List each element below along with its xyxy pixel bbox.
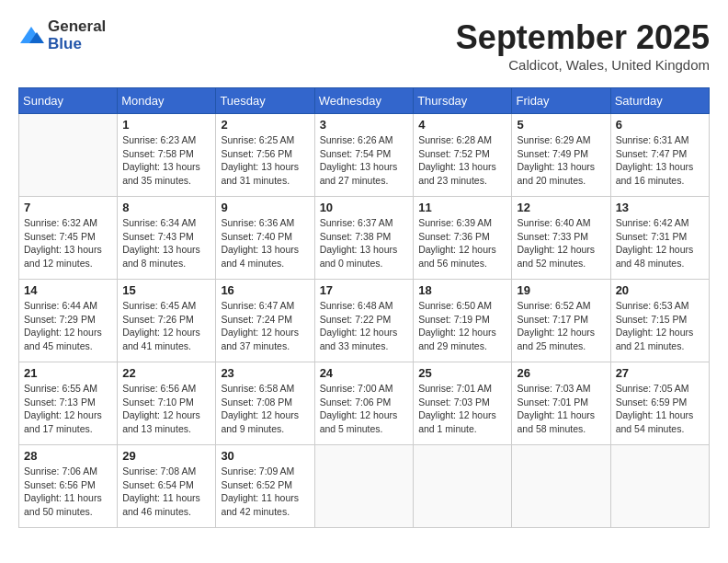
calendar-cell: 17Sunrise: 6:48 AMSunset: 7:22 PMDayligh… (314, 280, 414, 362)
day-number: 6 (616, 118, 704, 132)
day-info: Sunrise: 6:39 AMSunset: 7:36 PMDaylight:… (418, 216, 506, 270)
calendar-table: SundayMondayTuesdayWednesdayThursdayFrid… (18, 87, 710, 528)
day-info: Sunrise: 6:48 AMSunset: 7:22 PMDaylight:… (320, 299, 409, 353)
day-number: 7 (24, 201, 112, 214)
calendar-cell: 23Sunrise: 6:58 AMSunset: 7:08 PMDayligh… (216, 362, 314, 445)
day-number: 29 (122, 449, 210, 463)
day-info: Sunrise: 6:29 AMSunset: 7:49 PMDaylight:… (517, 133, 605, 188)
calendar-cell (610, 445, 709, 528)
calendar-header-sunday: Sunday (19, 88, 118, 114)
day-info: Sunrise: 6:53 AMSunset: 7:15 PMDaylight:… (616, 299, 704, 353)
calendar-cell: 13Sunrise: 6:42 AMSunset: 7:31 PMDayligh… (610, 197, 709, 280)
day-number: 3 (320, 118, 409, 132)
day-number: 24 (320, 366, 409, 380)
day-number: 8 (122, 201, 210, 214)
day-number: 27 (616, 366, 704, 380)
calendar-cell: 4Sunrise: 6:28 AMSunset: 7:52 PMDaylight… (414, 114, 512, 197)
calendar-header-friday: Friday (512, 88, 610, 114)
day-info: Sunrise: 7:05 AMSunset: 6:59 PMDaylight:… (616, 382, 704, 436)
day-number: 22 (122, 366, 210, 380)
day-info: Sunrise: 7:08 AMSunset: 6:54 PMDaylight:… (122, 465, 210, 519)
calendar-cell: 16Sunrise: 6:47 AMSunset: 7:24 PMDayligh… (216, 280, 314, 362)
day-number: 23 (221, 366, 309, 380)
day-number: 15 (122, 283, 210, 297)
calendar-cell: 9Sunrise: 6:36 AMSunset: 7:40 PMDaylight… (216, 197, 314, 280)
day-number: 17 (320, 283, 409, 297)
day-number: 16 (221, 283, 309, 297)
day-number: 9 (221, 201, 309, 214)
day-number: 19 (517, 283, 605, 297)
calendar-cell: 19Sunrise: 6:52 AMSunset: 7:17 PMDayligh… (512, 280, 610, 362)
calendar-header-thursday: Thursday (414, 88, 512, 114)
day-info: Sunrise: 7:01 AMSunset: 7:03 PMDaylight:… (418, 382, 506, 436)
day-number: 26 (517, 366, 605, 380)
calendar-cell: 6Sunrise: 6:31 AMSunset: 7:47 PMDaylight… (610, 114, 709, 197)
calendar-header-row: SundayMondayTuesdayWednesdayThursdayFrid… (19, 88, 710, 114)
calendar-cell (414, 445, 512, 528)
day-info: Sunrise: 6:55 AMSunset: 7:13 PMDaylight:… (24, 382, 112, 436)
day-number: 20 (616, 283, 704, 297)
calendar-cell: 24Sunrise: 7:00 AMSunset: 7:06 PMDayligh… (314, 362, 414, 445)
logo-icon (18, 23, 44, 49)
day-info: Sunrise: 6:37 AMSunset: 7:38 PMDaylight:… (320, 216, 409, 270)
calendar-cell: 25Sunrise: 7:01 AMSunset: 7:03 PMDayligh… (414, 362, 512, 445)
calendar-cell (512, 445, 610, 528)
title-block: September 2025 Caldicot, Wales, United K… (456, 18, 710, 73)
day-info: Sunrise: 6:36 AMSunset: 7:40 PMDaylight:… (221, 216, 309, 270)
logo: General Blue (18, 18, 106, 52)
day-info: Sunrise: 6:50 AMSunset: 7:19 PMDaylight:… (418, 299, 506, 353)
day-info: Sunrise: 6:28 AMSunset: 7:52 PMDaylight:… (418, 133, 506, 188)
day-info: Sunrise: 6:45 AMSunset: 7:26 PMDaylight:… (122, 299, 210, 353)
day-info: Sunrise: 6:52 AMSunset: 7:17 PMDaylight:… (517, 299, 605, 353)
calendar-cell: 1Sunrise: 6:23 AMSunset: 7:58 PMDaylight… (118, 114, 216, 197)
week-row-4: 21Sunrise: 6:55 AMSunset: 7:13 PMDayligh… (19, 362, 710, 445)
calendar-cell: 26Sunrise: 7:03 AMSunset: 7:01 PMDayligh… (512, 362, 610, 445)
calendar-cell: 14Sunrise: 6:44 AMSunset: 7:29 PMDayligh… (19, 280, 118, 362)
day-number: 14 (24, 283, 112, 297)
logo-general: General (48, 18, 106, 36)
calendar-header-monday: Monday (118, 88, 216, 114)
location: Caldicot, Wales, United Kingdom (456, 57, 710, 73)
calendar-cell: 18Sunrise: 6:50 AMSunset: 7:19 PMDayligh… (414, 280, 512, 362)
day-info: Sunrise: 6:26 AMSunset: 7:54 PMDaylight:… (320, 133, 409, 188)
calendar-cell: 2Sunrise: 6:25 AMSunset: 7:56 PMDaylight… (216, 114, 314, 197)
day-info: Sunrise: 6:47 AMSunset: 7:24 PMDaylight:… (221, 299, 309, 353)
day-info: Sunrise: 7:00 AMSunset: 7:06 PMDaylight:… (320, 382, 409, 436)
calendar-cell: 15Sunrise: 6:45 AMSunset: 7:26 PMDayligh… (118, 280, 216, 362)
day-number: 11 (418, 201, 506, 214)
day-number: 25 (418, 366, 506, 380)
day-info: Sunrise: 6:42 AMSunset: 7:31 PMDaylight:… (616, 216, 704, 270)
day-number: 2 (221, 118, 309, 132)
calendar-cell: 5Sunrise: 6:29 AMSunset: 7:49 PMDaylight… (512, 114, 610, 197)
week-row-3: 14Sunrise: 6:44 AMSunset: 7:29 PMDayligh… (19, 280, 710, 362)
day-number: 1 (122, 118, 210, 132)
calendar-header-wednesday: Wednesday (314, 88, 414, 114)
day-number: 5 (517, 118, 605, 132)
day-number: 21 (24, 366, 112, 380)
day-number: 13 (616, 201, 704, 214)
month-title: September 2025 (456, 18, 710, 57)
logo-blue: Blue (48, 36, 106, 53)
calendar-cell (314, 445, 414, 528)
day-info: Sunrise: 6:31 AMSunset: 7:47 PMDaylight:… (616, 133, 704, 188)
calendar-cell (19, 114, 118, 197)
calendar-cell: 3Sunrise: 6:26 AMSunset: 7:54 PMDaylight… (314, 114, 414, 197)
day-info: Sunrise: 6:23 AMSunset: 7:58 PMDaylight:… (122, 133, 210, 188)
calendar-cell: 30Sunrise: 7:09 AMSunset: 6:52 PMDayligh… (216, 445, 314, 528)
calendar-cell: 8Sunrise: 6:34 AMSunset: 7:43 PMDaylight… (118, 197, 216, 280)
calendar-cell: 21Sunrise: 6:55 AMSunset: 7:13 PMDayligh… (19, 362, 118, 445)
day-info: Sunrise: 6:40 AMSunset: 7:33 PMDaylight:… (517, 216, 605, 270)
day-number: 12 (517, 201, 605, 214)
calendar-cell: 29Sunrise: 7:08 AMSunset: 6:54 PMDayligh… (118, 445, 216, 528)
week-row-5: 28Sunrise: 7:06 AMSunset: 6:56 PMDayligh… (19, 445, 710, 528)
day-info: Sunrise: 6:34 AMSunset: 7:43 PMDaylight:… (122, 216, 210, 270)
day-info: Sunrise: 7:09 AMSunset: 6:52 PMDaylight:… (221, 465, 309, 519)
day-number: 10 (320, 201, 409, 214)
calendar-cell: 10Sunrise: 6:37 AMSunset: 7:38 PMDayligh… (314, 197, 414, 280)
calendar-cell: 22Sunrise: 6:56 AMSunset: 7:10 PMDayligh… (118, 362, 216, 445)
calendar-cell: 27Sunrise: 7:05 AMSunset: 6:59 PMDayligh… (610, 362, 709, 445)
calendar-cell: 20Sunrise: 6:53 AMSunset: 7:15 PMDayligh… (610, 280, 709, 362)
page-header: General Blue September 2025 Caldicot, Wa… (18, 18, 710, 73)
day-info: Sunrise: 7:03 AMSunset: 7:01 PMDaylight:… (517, 382, 605, 436)
day-info: Sunrise: 6:44 AMSunset: 7:29 PMDaylight:… (24, 299, 112, 353)
